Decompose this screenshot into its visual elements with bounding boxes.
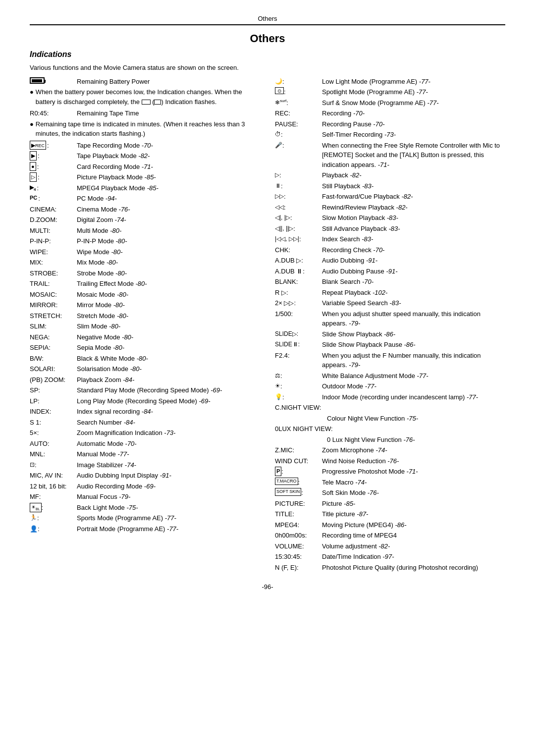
two-col-layout: : Remaining Battery Power ● When the bat…: [30, 77, 505, 574]
list-item: T.MACRO: Tele Macro -74-: [275, 478, 505, 487]
soft-skin-icon: SOFT SKIN: [275, 488, 301, 496]
outdoor-icon: ☀: [275, 381, 280, 390]
list-item: SOLARI: Solarisation Mode -80-: [30, 364, 260, 374]
list-item: STROBE: Strobe Mode -80-: [30, 269, 260, 278]
list-item: PAUSE: Recording Pause -70-: [275, 119, 505, 129]
list-item: MIRROR: Mirror Mode -80-: [30, 300, 260, 310]
list-item: 0LUX NIGHT VIEW:: [275, 424, 505, 434]
list-item: ⊡: Image Stabilizer -74-: [30, 460, 260, 470]
list-item: Z.MIC: Zoom Microphone -74-: [275, 445, 505, 455]
slideshow-pause-icon: SLIDE⏸:: [275, 340, 300, 349]
list-item: ☀BL: Back Light Mode -75-: [30, 503, 260, 513]
list-item: ▶4: MPEG4 Playback Mode -85-: [30, 183, 260, 193]
selftimer-icon: ⏱: [275, 130, 281, 139]
list-item: 5×: Zoom Magnification Indication -73-: [30, 428, 260, 438]
list-item: B/W: Black & White Mode -80-: [30, 354, 260, 364]
list-item: ● Remaining tape time is indicated in mi…: [30, 119, 260, 139]
list-item: AUTO: Automatic Mode -70-: [30, 439, 260, 449]
t-macro-icon: T.MACRO: [275, 478, 298, 486]
page-number: -96-: [30, 583, 505, 591]
list-item: STRETCH: Stretch Mode -80-: [30, 311, 260, 321]
list-item: ▷: Playback -82-: [275, 170, 505, 180]
list-item: ◁|, |▷: Slow Motion Playback -83-: [275, 213, 505, 223]
list-item: 0 Lux Night View Function -76-: [275, 435, 505, 445]
list-item: |◁◁, ▷▷|: Index Search -83-: [275, 234, 505, 244]
sports-icon: 🏃: [30, 513, 37, 522]
pic-play-icon: ▷: [30, 172, 37, 182]
right-column: 🌙: Low Light Mode (Programme AE) -77- ⊙:…: [275, 77, 505, 574]
list-item: CINEMA: Cinema Mode -76-: [30, 205, 260, 215]
mpeg4-play-icon: ▶4: [30, 183, 36, 193]
list-item: MF: Manual Focus -79-: [30, 492, 260, 502]
list-item: MIX: Mix Mode -80-: [30, 258, 260, 268]
left-column: : Remaining Battery Power ● When the bat…: [30, 77, 260, 574]
list-item: ▷: Picture Playback Mode -85-: [30, 172, 260, 182]
list-item: 2× ▷▷: Variable Speed Search -83-: [275, 298, 505, 308]
list-item: : Remaining Battery Power: [30, 77, 260, 87]
list-item: ◁||, ||▷: Still Advance Playback -83-: [275, 224, 505, 234]
list-item: 👤: Portrait Mode (Programme AE) -77-: [30, 524, 260, 534]
prog-icon: P: [275, 467, 281, 476]
stabilizer-icon: ⊡: [30, 460, 35, 469]
intro-text: Various functions and the Movie Camera s…: [30, 63, 505, 73]
list-item: 0h00m00s: Recording time of MPEG4: [275, 531, 505, 540]
list-item: ⏸: Still Playback -83-: [275, 181, 505, 191]
page-title: Others: [30, 32, 505, 45]
list-item: ●: Card Recording Mode -71-: [30, 162, 260, 172]
list-item: SLIDE▷: Slide Show Playback -86-: [275, 329, 505, 339]
mic-icon: 🎤: [275, 141, 282, 150]
card-rec-icon: ●: [30, 162, 36, 171]
list-item: TRAIL: Trailing Effect Mode -80-: [30, 279, 260, 289]
list-item: WIND CUT: Wind Noise Reduction -76-: [275, 456, 505, 466]
surf-icon: ❄: [275, 98, 280, 107]
list-item: D.ZOOM: Digital Zoom -74-: [30, 215, 260, 225]
index-icon: |◁◁, ▷▷|: [275, 234, 299, 243]
list-item: F2.4: When you adjust the F Number manua…: [275, 351, 505, 370]
list-item: SP: Standard Play Mode (Recording Speed …: [30, 385, 260, 395]
list-item: ☀: Outdoor Mode -77-: [275, 381, 505, 391]
list-item: N (F, E): Photoshot Picture Quality (dur…: [275, 563, 505, 573]
list-item: 💡: Indoor Mode (recording under incandes…: [275, 392, 505, 402]
indoor-icon: 💡: [275, 392, 282, 401]
list-item: WIPE: Wipe Mode -80-: [30, 247, 260, 257]
list-item: 1/500: When you adjust shutter speed man…: [275, 309, 505, 328]
backlight-icon: ☀BL: [30, 503, 42, 513]
list-item: CHK: Recording Check -70-: [275, 245, 505, 255]
section-title: Indications: [30, 50, 505, 59]
list-item: (PB) ZOOM: Playback Zoom -84-: [30, 375, 260, 385]
list-item: REC: Recording -70-: [275, 108, 505, 118]
list-item: ▷▷: Fast-forward/Cue Playback -82-: [275, 192, 505, 202]
slow-icon: ◁|, |▷: [275, 213, 290, 222]
still-adv-icon: ◁||, ||▷: [275, 224, 293, 233]
list-item: MPEG4: Moving Picture (MPEG4) -86-: [275, 520, 505, 530]
bullet-dot: ●: [30, 119, 34, 129]
list-item: INDEX: Index signal recording -84-: [30, 407, 260, 417]
list-item: PICTURE: Picture -85-: [275, 499, 505, 509]
list-item: MNL: Manual Mode -77-: [30, 449, 260, 459]
list-item: PC: PC Mode -94-: [30, 194, 260, 204]
lowlight-icon: 🌙: [275, 77, 282, 86]
list-item: MULTI: Multi Mode -80-: [30, 226, 260, 236]
page: Others Others Indications Various functi…: [0, 0, 535, 756]
tape-rec-icon: ▶REC: [30, 141, 46, 150]
list-item: A.DUB ⏸: Audio Dubbing Pause -91-: [275, 267, 505, 276]
list-item: P: Progressive Photoshot Mode -71-: [275, 467, 505, 477]
list-item: ❄surf: Surf & Snow Mode (Programme AE) -…: [275, 98, 505, 108]
header-text: Others: [258, 15, 277, 22]
list-item: SLIDE⏸: Slide Show Playback Pause -86-: [275, 340, 505, 350]
battery-icon: :: [30, 77, 46, 85]
list-item: P-IN-P: P-IN-P Mode -80-: [30, 236, 260, 246]
wb-icon: ⚖: [275, 371, 280, 380]
list-item: 🎤: When connecting the Free Style Remote…: [275, 141, 505, 170]
ff-icon: ▷▷: [275, 192, 284, 201]
list-item: SOFT SKIN: Soft Skin Mode -76-: [275, 488, 505, 498]
list-item: R0:45: Remaining Tape Time: [30, 108, 260, 118]
pc-icon: PC: [30, 194, 37, 202]
list-item: ⏱: Self-Timer Recording -73-: [275, 130, 505, 140]
list-item: LP: Long Play Mode (Recording Speed Mode…: [30, 396, 260, 406]
list-item: 12 bit, 16 bit: Audio Recording Mode -69…: [30, 482, 260, 491]
rew-icon: ◁◁: [275, 203, 284, 212]
spotlight-icon: ⊙: [275, 87, 284, 94]
list-item: SLIM: Slim Mode -80-: [30, 322, 260, 331]
portrait-icon: 👤: [30, 524, 38, 534]
